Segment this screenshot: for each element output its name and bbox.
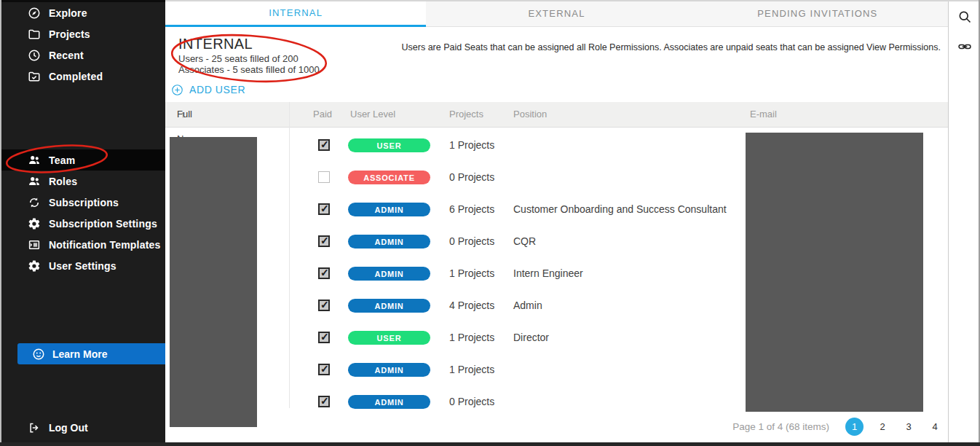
- logout-button[interactable]: Log Out: [0, 417, 165, 438]
- paid-checkbox[interactable]: [318, 139, 330, 151]
- sidebar-item-label: Completed: [49, 71, 103, 82]
- gear-icon: [28, 217, 41, 230]
- search-button[interactable]: [957, 9, 973, 26]
- user-level-badge: ADMIN: [348, 267, 430, 281]
- tab-internal[interactable]: INTERNAL: [165, 0, 426, 27]
- app-root: ExploreProjectsRecentCompleted TeamRoles…: [0, 0, 980, 446]
- clock-icon: [28, 49, 41, 62]
- users-seats-line: Users - 25 seats filled of 200: [178, 53, 299, 64]
- projects-count: 0 Projects: [449, 396, 494, 407]
- projects-count: 1 Projects: [449, 267, 494, 279]
- add-user-button[interactable]: ADD USER: [171, 82, 245, 97]
- paid-checkbox[interactable]: [318, 267, 330, 279]
- user-level-badge: ADMIN: [348, 299, 430, 313]
- learn-more-label: Learn More: [52, 348, 107, 360]
- sidebar-item-label: User Settings: [49, 260, 116, 272]
- paid-checkbox[interactable]: [318, 203, 330, 215]
- sidebar-item-explore[interactable]: Explore: [0, 2, 165, 23]
- sidebar-item-label: Notification Templates: [49, 239, 161, 251]
- tab-external[interactable]: EXTERNAL: [426, 0, 687, 27]
- tab-label: INTERNAL: [269, 7, 323, 18]
- user-level-badge: USER: [348, 331, 430, 345]
- associates-seats-line: Associates - 5 seats filled of 1000: [178, 64, 320, 75]
- column-header-position[interactable]: Position: [513, 102, 547, 127]
- tab-label: EXTERNAL: [528, 8, 585, 19]
- sidebar: ExploreProjectsRecentCompleted TeamRoles…: [0, 0, 165, 446]
- sync-icon: [28, 196, 41, 209]
- user-level-badge: ASSOCIATE: [348, 171, 430, 184]
- sidebar-item-team[interactable]: Team: [0, 149, 165, 171]
- position-text: Intern Engineer: [513, 267, 583, 279]
- pagination: Page 1 of 4 (68 items) 1234: [732, 416, 942, 437]
- user-level-badge: ADMIN: [348, 235, 430, 249]
- link-button[interactable]: [957, 39, 973, 55]
- sidebar-item-label: Team: [49, 154, 75, 166]
- sidebar-item-label: Explore: [49, 7, 87, 19]
- notification-icon: [28, 238, 41, 251]
- sidebar-item-notification-templates[interactable]: Notification Templates: [0, 234, 165, 255]
- paid-checkbox[interactable]: [318, 235, 330, 247]
- position-text: Customer Onboarding and Success Consulta…: [513, 203, 727, 215]
- projects-count: 6 Projects: [449, 203, 494, 215]
- page-button-3[interactable]: 3: [901, 421, 916, 432]
- seats-info-text: Users are Paid Seats that can be assigne…: [402, 42, 941, 52]
- sidebar-item-projects[interactable]: Projects: [0, 23, 165, 44]
- table-header: Full Name↑ Paid User Level Projects Posi…: [165, 102, 948, 128]
- paid-checkbox[interactable]: [318, 364, 330, 375]
- sidebar-item-label: Roles: [49, 176, 77, 187]
- column-header-paid[interactable]: Paid: [313, 102, 332, 127]
- sidebar-item-subscriptions[interactable]: Subscriptions: [0, 192, 165, 213]
- user-level-badge: ADMIN: [348, 203, 430, 216]
- paid-checkbox[interactable]: [318, 332, 330, 343]
- sidebar-item-roles[interactable]: Roles: [0, 171, 165, 192]
- tab-label: PENDING INVITATIONS: [757, 8, 877, 19]
- redacted-email-column: [746, 133, 923, 412]
- sidebar-top-items: ExploreProjectsRecentCompleted: [0, 2, 165, 87]
- compass-icon: [28, 7, 41, 20]
- column-header-user-level[interactable]: User Level: [350, 102, 395, 127]
- page-button-1[interactable]: 1: [845, 418, 864, 436]
- logout-icon: [28, 421, 41, 434]
- logout-label: Log Out: [49, 422, 88, 434]
- sidebar-item-label: Projects: [49, 28, 90, 40]
- search-icon: [957, 9, 972, 24]
- column-header-email[interactable]: E-mail: [750, 102, 777, 127]
- tab-bar: INTERNALEXTERNALPENDING INVITATIONS: [165, 0, 948, 27]
- learn-more-button[interactable]: Learn More: [17, 343, 165, 364]
- position-text: Admin: [513, 300, 542, 311]
- paid-checkbox[interactable]: [318, 300, 330, 311]
- folder-check-icon: [28, 70, 41, 83]
- position-text: Director: [513, 332, 549, 343]
- sidebar-item-subscription-settings[interactable]: Subscription Settings: [0, 213, 165, 234]
- sort-ascending-icon: ↑: [181, 102, 186, 127]
- position-text: CQR: [513, 235, 536, 247]
- people-icon: [28, 175, 41, 188]
- sidebar-item-recent[interactable]: Recent: [0, 44, 165, 66]
- sidebar-item-user-settings[interactable]: User Settings: [0, 255, 165, 276]
- page-button-4[interactable]: 4: [928, 421, 942, 432]
- paid-checkbox[interactable]: [318, 396, 330, 407]
- paid-checkbox[interactable]: [318, 171, 330, 183]
- add-user-label: ADD USER: [189, 84, 245, 95]
- link-icon: [957, 39, 972, 54]
- user-level-badge: USER: [348, 138, 430, 152]
- sidebar-middle-items: TeamRolesSubscriptionsSubscription Setti…: [0, 149, 165, 276]
- sidebar-item-completed[interactable]: Completed: [0, 66, 165, 87]
- smiley-icon: [32, 348, 45, 361]
- main-content: INTERNALEXTERNALPENDING INVITATIONS INTE…: [165, 0, 948, 446]
- tab-pending-invitations[interactable]: PENDING INVITATIONS: [687, 0, 948, 27]
- projects-count: 0 Projects: [449, 235, 494, 247]
- projects-count: 1 Projects: [449, 364, 494, 375]
- projects-count: 1 Projects: [449, 332, 494, 343]
- projects-count: 0 Projects: [449, 171, 494, 183]
- user-level-badge: ADMIN: [348, 363, 430, 377]
- page-button-2[interactable]: 2: [875, 421, 890, 432]
- gear-icon: [28, 259, 41, 273]
- projects-count: 4 Projects: [449, 300, 494, 311]
- people-icon: [28, 154, 41, 167]
- column-header-projects[interactable]: Projects: [449, 102, 483, 127]
- sidebar-item-label: Subscription Settings: [49, 218, 157, 230]
- redacted-full-name-column: [170, 137, 257, 427]
- sidebar-item-label: Recent: [49, 50, 84, 61]
- projects-count: 1 Projects: [449, 139, 494, 151]
